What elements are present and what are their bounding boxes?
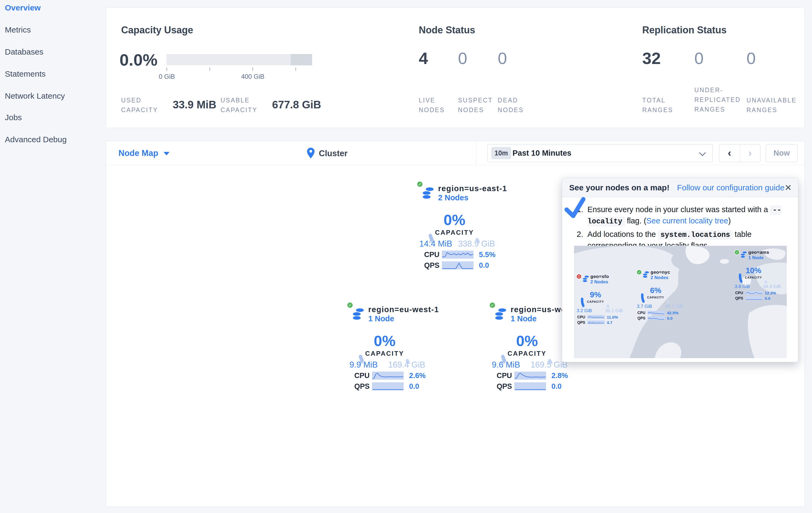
used-capacity: 14.4 MiB	[419, 239, 452, 249]
qps-sparkline	[745, 296, 762, 300]
capacity-percent: 0%	[356, 332, 413, 350]
used-capacity-label: USED CAPACITY	[121, 96, 170, 115]
capacity-label: CAPACITY	[738, 276, 769, 279]
system-locations-code: system.locations	[658, 231, 732, 240]
qps-sparkline	[372, 382, 404, 391]
qps-value: 0.0	[409, 382, 419, 391]
view-mode-dropdown[interactable]: Node Map	[118, 148, 170, 158]
cpu-sparkline	[514, 371, 546, 380]
capacity-percent: 0%	[499, 332, 555, 350]
cpu-label: CPU	[735, 291, 745, 295]
cpu-sparkline	[648, 310, 665, 315]
dead-nodes-count: 0	[498, 49, 507, 68]
qps-label: QPS	[497, 382, 514, 391]
cpu-value: 2.6%	[409, 372, 426, 380]
used-capacity: 3.2 GiB	[577, 308, 592, 314]
region-nodes-link[interactable]: 1 Node	[511, 314, 537, 323]
capacity-usage-title: Capacity Usage	[121, 24, 193, 36]
sidebar-item-jobs[interactable]: Jobs	[5, 113, 22, 122]
suspect-nodes-label: SUSPECT NODES	[458, 96, 498, 115]
time-next-button[interactable]: ›	[740, 144, 760, 162]
capacity-label: CAPACITY	[499, 350, 555, 357]
qps-row: QPS 0.0	[354, 381, 430, 391]
capacity-label: CAPACITY	[580, 300, 611, 303]
cpu-label: CPU	[354, 372, 372, 380]
sidebar: Overview Metrics Databases Statements Ne…	[0, 0, 106, 513]
live-nodes-count: 4	[419, 49, 428, 68]
step-1: 1.Ensure every node in your cluster was …	[577, 204, 791, 227]
node-map-guide-popup: See your nodes on a map! Follow our conf…	[562, 178, 798, 362]
capacity-bar-other-segment	[291, 54, 312, 65]
capacity-percent: 10%	[738, 266, 769, 275]
qps-value: 4.7	[607, 320, 612, 325]
chevron-down-icon	[699, 149, 706, 156]
preview-region-geo-ams: ✓ geo=ams 1 Node 10% CAPACITY 3.6 GiB 34…	[734, 249, 783, 301]
qps-value: 0.0	[667, 316, 673, 321]
time-step-buttons: ‹ ›	[719, 144, 760, 162]
cpu-value: 42.5%	[667, 310, 678, 315]
cpu-row: CPU 2.8%	[497, 371, 572, 380]
step-text: flag. (	[625, 216, 646, 225]
toolbar-divider	[476, 141, 476, 165]
close-icon[interactable]: ✕	[785, 183, 792, 193]
dead-nodes-label: DEAD NODES	[498, 96, 533, 115]
total-capacity: 338.9 GiB	[458, 239, 495, 249]
under-replicated-label: UNDER-REPLICATED RANGES	[694, 85, 748, 114]
qps-sparkline	[442, 261, 473, 270]
popup-header: See your nodes on a map! Follow our conf…	[562, 178, 798, 197]
capacity-gauge: 9% CAPACITY	[580, 286, 611, 307]
cpu-row: CPU 11.0%	[577, 314, 625, 320]
chevron-down-icon	[164, 152, 170, 155]
map-region-us-west-1: ✓ region=us-west-1 1 Node 0% CAPACITY 9.…	[489, 302, 570, 395]
popup-title: See your nodes on a map!	[569, 183, 669, 192]
breadcrumb-cluster: Cluster	[319, 149, 348, 158]
qps-label: QPS	[637, 316, 648, 320]
map-region-eu-west-1: ✓ region=eu-west-1 1 Node 0% CAPACITY 9.…	[347, 302, 427, 395]
step-number: 2.	[577, 229, 583, 240]
map-toolbar: Node Map Cluster 10m Past 10 Minutes ‹ ›…	[106, 141, 805, 165]
qps-value: 0.0	[551, 382, 562, 391]
total-capacity: 65.7 GiB	[665, 304, 683, 309]
sidebar-item-metrics[interactable]: Metrics	[5, 25, 31, 34]
sidebar-item-overview[interactable]: Overview	[5, 3, 40, 12]
configuration-guide-link[interactable]: Follow our configuration guide	[677, 183, 784, 192]
region-nodes-link[interactable]: 2 Nodes	[438, 193, 468, 202]
sidebar-item-network-latency[interactable]: Network Latency	[5, 91, 65, 101]
time-range-dropdown[interactable]: 10m Past 10 Minutes	[488, 144, 713, 162]
database-icon	[740, 251, 747, 259]
total-capacity: 169.5 GiB	[530, 360, 568, 370]
database-icon	[422, 187, 434, 200]
step-text: Ensure every node in your cluster was st…	[587, 205, 770, 214]
qps-label: QPS	[577, 320, 587, 325]
cluster-summary-card: Capacity Usage 0.0% 0 GiB 400 GiB USED C…	[106, 7, 805, 128]
node-map-preview-image: 1 geo=sfo 2 Nodes 9% CAPACITY 3.2 GiB 35…	[574, 246, 787, 358]
view-mode-label: Node Map	[118, 148, 158, 158]
step-text: Add locations to the	[587, 230, 658, 239]
used-capacity-value: 33.9 MiB	[173, 99, 216, 111]
now-button[interactable]: Now	[766, 144, 798, 162]
time-range-label: Past 10 Minutes	[513, 149, 571, 158]
error-count-badge: 1	[576, 274, 582, 279]
total-ranges-count: 32	[642, 49, 661, 68]
capacity-bar	[167, 54, 312, 65]
cpu-row: CPU 42.5%	[637, 310, 685, 315]
time-prev-button[interactable]: ‹	[719, 144, 740, 162]
capacity-percent: 0.0%	[119, 50, 157, 70]
region-nodes-link[interactable]: 1 Node	[368, 314, 394, 323]
healthy-check-badge: ✓	[416, 181, 423, 187]
region-label: geo=nyc	[650, 270, 670, 275]
sidebar-item-databases[interactable]: Databases	[5, 47, 43, 56]
live-nodes-label: LIVE NODES	[419, 96, 454, 115]
cpu-label: CPU	[637, 310, 648, 315]
total-capacity: 169.4 GiB	[388, 360, 425, 370]
qps-label: QPS	[424, 261, 442, 270]
cpu-value: 12.3%	[765, 291, 776, 295]
database-icon	[352, 308, 365, 321]
sidebar-item-statements[interactable]: Statements	[5, 70, 46, 79]
unavailable-count: 0	[747, 49, 756, 68]
healthy-check-badge: ✓	[636, 269, 642, 275]
sidebar-item-advanced-debug[interactable]: Advanced Debug	[5, 135, 67, 144]
db-console-overview-page: Overview Metrics Databases Statements Ne…	[0, 0, 812, 513]
cpu-row: CPU 12.3%	[735, 290, 783, 296]
locality-tree-link[interactable]: See current locality tree	[646, 216, 728, 225]
